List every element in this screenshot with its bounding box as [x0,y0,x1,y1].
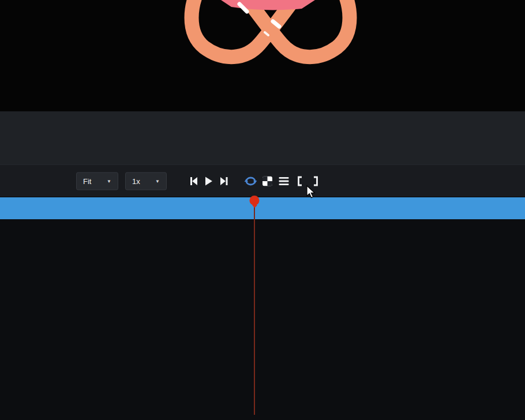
bracket-in-icon [297,176,303,186]
pretzel-pink-fill [221,0,315,10]
set-out-point-button[interactable] [313,176,318,186]
menu-icon [279,177,289,186]
speed-dropdown[interactable]: 1x ▼ [125,172,167,190]
loop-toggle-button[interactable] [244,175,257,186]
play-icon [204,176,213,186]
timeline-track-area [0,219,525,420]
timeline-scrubber-bar[interactable] [0,197,525,219]
speed-value: 1x [132,177,140,185]
playback-toolbar: Fit ▼ 1x ▼ [0,164,525,197]
loop-icon [244,175,257,186]
animation-artwork [0,0,525,111]
skip-to-end-icon [220,177,228,186]
skip-to-end-button[interactable] [220,177,228,186]
preview-canvas [0,0,525,111]
zoom-fit-value: Fit [83,177,91,185]
app-window: Fit ▼ 1x ▼ [0,0,525,420]
bracket-out-icon [313,176,318,186]
skip-to-start-button[interactable] [190,177,198,186]
gutter-panel [0,111,525,164]
checkerboard-icon [262,176,272,186]
play-button[interactable] [204,176,213,186]
set-in-point-button[interactable] [297,176,303,186]
zoom-fit-dropdown[interactable]: Fit ▼ [76,172,118,190]
chevron-down-icon: ▼ [155,178,160,183]
chevron-down-icon: ▼ [107,178,111,183]
background-toggle-button[interactable] [262,176,272,186]
playhead-line [254,203,255,415]
playhead-handle[interactable] [250,196,260,205]
menu-button[interactable] [279,177,289,186]
skip-to-start-icon [190,177,198,186]
